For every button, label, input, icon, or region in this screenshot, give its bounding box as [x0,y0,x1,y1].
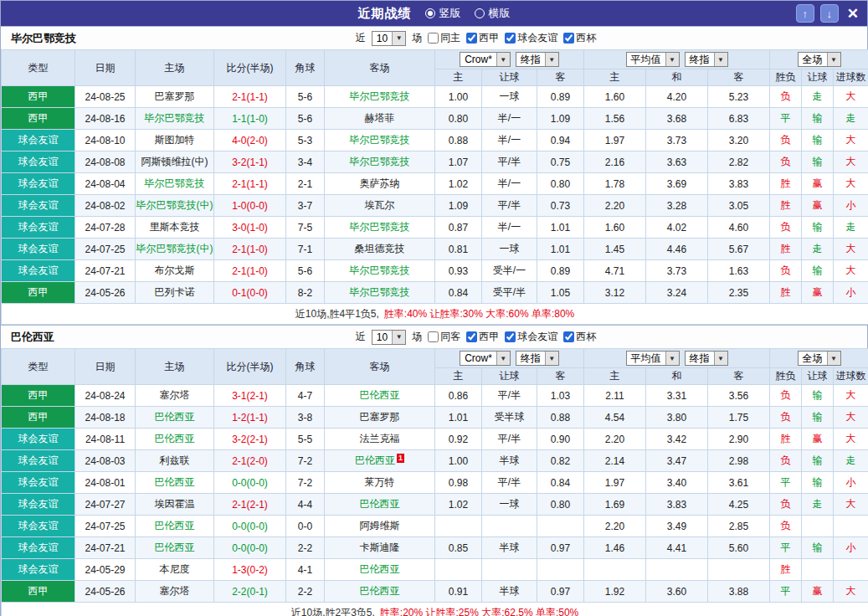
euro-odds-header: 平均值▼终指▼ [584,50,770,69]
close-icon[interactable]: ✕ [847,5,859,23]
euro-home-odds: 1.45 [584,239,646,260]
asian-away-odds: 1.09 [537,108,584,130]
column-header: 比分(半场) [214,50,286,86]
result: 负 [770,217,802,239]
column-header: 角球 [286,50,325,86]
league-filter[interactable]: 球会友谊 [505,31,557,45]
bookmaker-select[interactable]: Crow*▼ [460,351,511,366]
asian-home-odds: 1.02 [435,494,482,516]
home-team: 里斯本竞技 [136,217,214,239]
league-filter-checkbox[interactable] [505,331,516,342]
dropdown-arrow-icon: ▼ [827,53,840,66]
asian-away-odds [537,516,584,537]
scroll-down-button[interactable]: ↓ [820,4,839,23]
euro-odds-stage-select[interactable]: 终指▼ [685,351,728,366]
score: 1-0(0-0) [214,195,286,217]
euro-away-odds: 4.60 [708,217,770,239]
euro-draw-odds: 3.31 [646,385,708,407]
asian-home-odds: 0.80 [435,108,482,130]
corners: 4-7 [286,385,325,407]
league-filter-checkbox[interactable] [466,33,477,44]
corners: 5-3 [286,130,325,151]
corners: 3-4 [286,151,325,173]
team-name: 毕尔巴鄂竞技 [11,31,195,46]
euro-home-odds: 1.92 [584,581,646,603]
home-team: 毕尔巴鄂竞技 [136,108,214,130]
match-type: 球会友谊 [2,260,75,282]
league-filter[interactable]: 西甲 [466,31,499,45]
asian-handicap-line: 受半/一 [482,260,537,282]
euro-draw-odds: 4.02 [646,217,708,239]
sub-column-header: 主 [584,368,646,385]
team-name: 巴伦西亚 [11,330,195,345]
bookmaker-select[interactable]: Crow*▼ [460,52,511,67]
summary-cell: 近10场,胜4平1负5,胜率:40% 让胜率:30% 大率:60% 单率:80% [2,304,868,325]
league-filter[interactable]: 西杯 [563,31,596,45]
handicap-result [802,559,834,581]
league-filter-checkbox[interactable] [466,331,477,342]
same-venue-filter[interactable]: 同客 [428,330,460,344]
result-scope-select[interactable]: 全场▼ [798,351,841,366]
euro-home-odds: 4.54 [584,407,646,429]
home-team: 布尔戈斯 [136,260,214,282]
table-row: 西甲24-08-24塞尔塔3-1(2-1)4-7巴伦西亚0.86平/半1.032… [2,385,868,407]
layout-option-horizontal[interactable]: 横版 [475,6,511,21]
euro-odds-source-select[interactable]: 平均值▼ [626,351,680,366]
league-filter-checkbox[interactable] [563,331,574,342]
layout-vertical-label: 竖版 [439,6,461,21]
sub-column-header: 客 [537,69,584,86]
table-row: 球会友谊24-08-03利兹联2-1(2-0)7-2巴伦西亚11.00半球0.8… [2,450,868,472]
league-filter-label: 西甲 [479,31,499,45]
corners: 7-5 [286,217,325,239]
league-filter-checkbox[interactable] [505,33,516,44]
table-row: 球会友谊24-08-11巴伦西亚3-2(2-1)5-5法兰克福0.92平/半0.… [2,429,868,450]
match-count-select[interactable]: 10▼ [372,330,406,345]
result: 负 [770,516,802,537]
result: 负 [770,130,802,151]
dropdown-arrow-icon: ▼ [545,53,558,66]
away-team: 桑坦德竞技 [325,239,435,260]
away-team: 卡斯迪隆 [325,537,435,559]
table-row: 西甲24-08-16毕尔巴鄂竞技1-1(1-0)5-6赫塔菲0.80半/一1.0… [2,108,868,130]
asian-home-odds: 1.07 [435,151,482,173]
euro-odds-stage-select[interactable]: 终指▼ [685,52,728,67]
score: 2-1(1-1) [214,86,286,108]
goals-result: 大 [834,151,868,173]
euro-away-odds: 3.88 [708,581,770,603]
asian-away-odds: 0.80 [537,494,584,516]
match-count-select[interactable]: 10▼ [372,31,406,46]
asian-home-odds: 0.81 [435,239,482,260]
same-venue-filter-checkbox[interactable] [428,33,439,44]
handicap-result: 输 [802,217,834,239]
euro-odds-source-select[interactable]: 平均值▼ [626,52,680,67]
layout-option-vertical[interactable]: 竖版 [425,6,461,21]
euro-home-odds: 1.97 [584,130,646,151]
asian-away-odds: 0.75 [537,151,584,173]
match-date: 24-07-21 [75,260,136,282]
same-venue-filter[interactable]: 同主 [428,31,460,45]
league-filter[interactable]: 球会友谊 [505,330,557,344]
score: 2-1(1-1) [214,173,286,195]
sub-column-header: 主 [435,368,482,385]
table-row: 西甲24-08-25巴塞罗那2-1(1-1)5-6毕尔巴鄂竞技1.00一球0.8… [2,86,868,108]
result: 胜 [770,195,802,217]
asian-odds-stage-select[interactable]: 终指▼ [516,351,559,366]
scroll-up-button[interactable]: ↑ [796,4,814,23]
asian-odds-stage-select[interactable]: 终指▼ [516,52,559,67]
home-team: 塞尔塔 [136,385,214,407]
same-venue-filter-checkbox[interactable] [428,331,439,342]
result-scope-select[interactable]: 全场▼ [798,52,841,67]
handicap-result: 输 [802,151,834,173]
sub-column-header: 主 [584,69,646,86]
asian-handicap-line [482,516,537,537]
corners: 2-2 [286,537,325,559]
dropdown-arrow-icon: ▼ [545,352,558,365]
league-filter[interactable]: 西杯 [563,330,596,344]
league-filter[interactable]: 西甲 [466,330,499,344]
sub-column-header: 客 [708,69,770,86]
asian-home-odds: 0.93 [435,260,482,282]
league-filter-checkbox[interactable] [563,33,574,44]
corners: 3-7 [286,195,325,217]
home-team: 巴列卡诺 [136,282,214,304]
match-type: 球会友谊 [2,559,75,581]
